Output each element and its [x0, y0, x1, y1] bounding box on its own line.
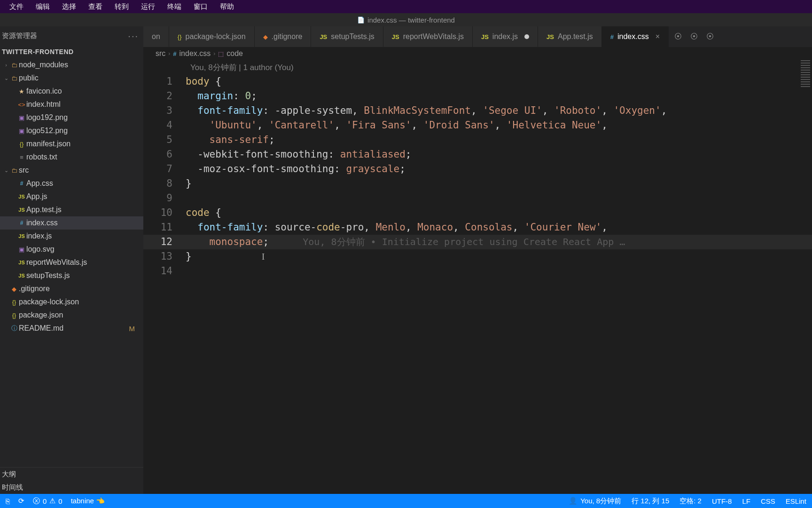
img-icon: ▣: [17, 114, 26, 121]
close-icon[interactable]: ×: [656, 32, 660, 41]
tree-item-app-test-js[interactable]: JSApp.test.js: [0, 203, 143, 216]
tree-item-favicon-ico[interactable]: ★favicon.ico: [0, 85, 143, 98]
tree-item-node-modules[interactable]: ›🗀node_modules: [0, 58, 143, 71]
menu-edit[interactable]: 编辑: [30, 1, 55, 12]
tab-reportwebvitals-js[interactable]: JSreportWebVitals.js: [383, 26, 473, 47]
code-content[interactable]: 'Ubuntu', 'Cantarell', 'Fira Sans', 'Dro…: [186, 118, 812, 133]
code-content[interactable]: body {: [186, 74, 812, 89]
tree-item-manifest-json[interactable]: {}manifest.json: [0, 137, 143, 151]
gitlens-header[interactable]: You, 8分钟前 | 1 author (You): [143, 60, 812, 74]
tree-item--gitignore[interactable]: ◆.gitignore: [0, 282, 143, 295]
code-content[interactable]: }: [186, 176, 812, 191]
outline-section[interactable]: 大纲: [0, 468, 143, 481]
tree-item-label: setupTests.js: [26, 271, 70, 280]
html-icon: <>: [17, 101, 26, 108]
project-name[interactable]: TWITTER-FRONTEND: [0, 45, 143, 58]
minimap[interactable]: [801, 60, 810, 88]
status-encoding[interactable]: UTF-8: [712, 497, 732, 505]
code-line[interactable]: 8}: [143, 176, 812, 191]
gitlens-action-icon[interactable]: ⦿: [706, 32, 714, 41]
crumb-symbol[interactable]: code: [226, 49, 243, 58]
tree-item-label: README.md: [19, 324, 63, 333]
status-eslint[interactable]: ESLint: [786, 497, 806, 505]
menu-window[interactable]: 窗口: [188, 1, 213, 12]
menu-selection[interactable]: 选择: [56, 1, 82, 12]
code-line[interactable]: 7 -moz-osx-font-smoothing: grayscale;: [143, 162, 812, 176]
tree-item-app-js[interactable]: JSApp.js: [0, 190, 143, 203]
code-line[interactable]: 5 sans-serif;: [143, 133, 812, 147]
menu-terminal[interactable]: 终端: [162, 1, 187, 12]
code-line[interactable]: 2 margin: 0;: [143, 89, 812, 103]
menu-file[interactable]: 文件: [4, 1, 29, 12]
js-icon: JS: [17, 233, 26, 239]
timeline-section[interactable]: 时间线: [0, 481, 143, 494]
explorer-actions-icon[interactable]: ···: [128, 31, 139, 41]
code-line[interactable]: 9: [143, 191, 812, 206]
tree-item-logo-svg[interactable]: ▣logo.svg: [0, 243, 143, 256]
tab-index-css[interactable]: #index.css×: [602, 26, 669, 47]
tab-file-icon: {}: [178, 33, 182, 40]
code-line[interactable]: 10code {: [143, 206, 812, 220]
line-number: 10: [143, 206, 186, 220]
code-content[interactable]: code {: [186, 206, 812, 220]
code-line[interactable]: 14: [143, 264, 812, 278]
tree-item-reportwebvitals-js[interactable]: JSreportWebVitals.js: [0, 256, 143, 269]
tree-item-robots-txt[interactable]: ≡robots.txt: [0, 151, 143, 164]
code-content[interactable]: font-family: -apple-system, BlinkMacSyst…: [186, 103, 812, 118]
tab-setuptests-js[interactable]: JSsetupTests.js: [311, 26, 383, 47]
code-line[interactable]: 4 'Ubuntu', 'Cantarell', 'Fira Sans', 'D…: [143, 118, 812, 133]
tab-package-lock-json[interactable]: {}package-lock.json: [169, 26, 255, 47]
gitlens-action-icon[interactable]: ⦿: [674, 32, 682, 41]
code-editor[interactable]: 1body {2 margin: 0;3 font-family: -apple…: [143, 74, 812, 278]
tab-label: index.css: [617, 32, 649, 41]
menu-run[interactable]: 运行: [135, 1, 161, 12]
menu-view[interactable]: 查看: [83, 1, 108, 12]
menu-help[interactable]: 帮助: [214, 1, 240, 12]
status-sync[interactable]: ⟳: [18, 497, 24, 505]
breadcrumb[interactable]: src › # index.css › ⬚ code: [143, 47, 812, 60]
gitlens-action-icon[interactable]: ⦿: [690, 32, 698, 41]
code-line[interactable]: 3 font-family: -apple-system, BlinkMacSy…: [143, 103, 812, 118]
code-line[interactable]: 1body {: [143, 74, 812, 89]
code-content[interactable]: monospace; You, 8分钟前 • Initialize projec…: [186, 235, 812, 249]
status-language[interactable]: CSS: [761, 497, 775, 505]
status-blame[interactable]: 👤 You, 8分钟前: [569, 497, 621, 506]
tree-item-public[interactable]: ⌄🗀public: [0, 71, 143, 85]
tree-item-index-css[interactable]: #index.css: [0, 216, 143, 230]
tree-item-package-lock-json[interactable]: {}package-lock.json: [0, 295, 143, 309]
tree-item-app-css[interactable]: #App.css: [0, 177, 143, 190]
status-tabnine[interactable]: tabnine 👈: [71, 497, 105, 505]
tab--gitignore[interactable]: ◆.gitignore: [255, 26, 312, 47]
code-line[interactable]: 13}I: [143, 249, 812, 264]
status-errors[interactable]: ⓧ 0 ⚠ 0: [33, 497, 62, 506]
crumb-src[interactable]: src: [156, 49, 165, 58]
code-content[interactable]: [186, 191, 812, 206]
code-line[interactable]: 6 -webkit-font-smoothing: antialiased;: [143, 147, 812, 162]
tab-index-js[interactable]: JSindex.js: [473, 26, 538, 47]
code-content[interactable]: -moz-osx-font-smoothing: grayscale;: [186, 162, 812, 176]
tree-item-index-html[interactable]: <>index.html: [0, 98, 143, 111]
status-eol[interactable]: LF: [742, 497, 750, 505]
tree-item-package-json[interactable]: {}package.json: [0, 309, 143, 322]
code-content[interactable]: -webkit-font-smoothing: antialiased;: [186, 147, 812, 162]
tree-item-src[interactable]: ⌄🗀src: [0, 164, 143, 177]
crumb-file[interactable]: index.css: [180, 49, 211, 58]
code-line[interactable]: 12 monospace; You, 8分钟前 • Initialize pro…: [143, 235, 812, 249]
code-content[interactable]: sans-serif;: [186, 133, 812, 147]
tree-item-index-js[interactable]: JSindex.js: [0, 230, 143, 243]
code-content[interactable]: [186, 264, 812, 278]
status-indent[interactable]: 空格: 2: [679, 497, 702, 506]
tree-item-readme-md[interactable]: ⓘREADME.mdM: [0, 322, 143, 335]
code-content[interactable]: margin: 0;: [186, 89, 812, 103]
status-cursor[interactable]: 行 12, 列 15: [632, 497, 669, 506]
code-content[interactable]: font-family: source-code-pro, Menlo, Mon…: [186, 220, 812, 235]
status-remote[interactable]: ⎘: [6, 497, 10, 505]
tab-app-test-js[interactable]: JSApp.test.js: [538, 26, 602, 47]
tab-on[interactable]: on: [143, 26, 169, 47]
tree-item-logo512-png[interactable]: ▣logo512.png: [0, 124, 143, 137]
code-line[interactable]: 11 font-family: source-code-pro, Menlo, …: [143, 220, 812, 235]
tree-item-setuptests-js[interactable]: JSsetupTests.js: [0, 269, 143, 282]
menu-go[interactable]: 转到: [109, 1, 134, 12]
tree-item-logo192-png[interactable]: ▣logo192.png: [0, 111, 143, 124]
code-content[interactable]: }I: [186, 249, 812, 264]
